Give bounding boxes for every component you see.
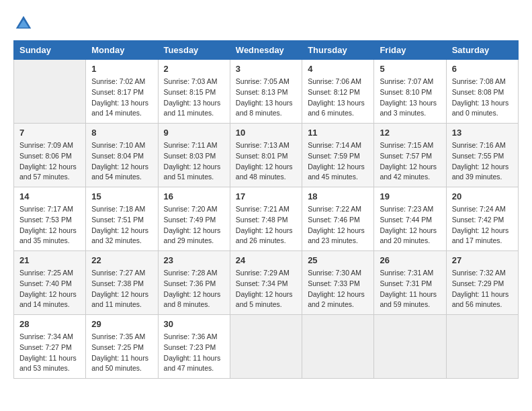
day-info: Sunrise: 7:21 AMSunset: 7:48 PMDaylight:… bbox=[236, 204, 296, 246]
calendar-cell: 22Sunrise: 7:27 AMSunset: 7:38 PMDayligh… bbox=[86, 251, 158, 315]
calendar-cell bbox=[302, 315, 374, 379]
day-number: 4 bbox=[308, 64, 368, 74]
day-number: 6 bbox=[452, 64, 513, 74]
calendar-cell: 26Sunrise: 7:31 AMSunset: 7:31 PMDayligh… bbox=[374, 251, 446, 315]
calendar-cell: 16Sunrise: 7:20 AMSunset: 7:49 PMDayligh… bbox=[158, 187, 230, 251]
page-header bbox=[13, 13, 519, 34]
day-number: 26 bbox=[380, 255, 440, 265]
logo-icon bbox=[13, 13, 34, 34]
calendar-cell: 23Sunrise: 7:28 AMSunset: 7:36 PMDayligh… bbox=[158, 251, 230, 315]
day-number: 27 bbox=[452, 255, 513, 265]
day-number: 16 bbox=[164, 191, 224, 201]
day-number: 20 bbox=[452, 191, 513, 201]
day-number: 17 bbox=[236, 191, 296, 201]
calendar-cell: 12Sunrise: 7:15 AMSunset: 7:57 PMDayligh… bbox=[374, 124, 446, 187]
calendar-cell: 1Sunrise: 7:02 AMSunset: 8:17 PMDaylight… bbox=[86, 60, 158, 124]
calendar-cell: 17Sunrise: 7:21 AMSunset: 7:48 PMDayligh… bbox=[230, 187, 302, 251]
calendar-cell: 2Sunrise: 7:03 AMSunset: 8:15 PMDaylight… bbox=[158, 60, 230, 124]
day-header-thursday: Thursday bbox=[302, 41, 374, 60]
calendar-cell: 9Sunrise: 7:11 AMSunset: 8:03 PMDaylight… bbox=[158, 124, 230, 187]
day-info: Sunrise: 7:35 AMSunset: 7:25 PMDaylight:… bbox=[91, 332, 152, 374]
day-number: 28 bbox=[19, 319, 80, 329]
day-info: Sunrise: 7:14 AMSunset: 7:59 PMDaylight:… bbox=[308, 140, 368, 183]
day-info: Sunrise: 7:25 AMSunset: 7:40 PMDaylight:… bbox=[19, 268, 80, 310]
day-header-sunday: Sunday bbox=[14, 41, 86, 60]
day-info: Sunrise: 7:22 AMSunset: 7:46 PMDaylight:… bbox=[308, 204, 368, 246]
day-number: 18 bbox=[308, 191, 368, 201]
day-info: Sunrise: 7:05 AMSunset: 8:13 PMDaylight:… bbox=[236, 77, 296, 119]
day-number: 14 bbox=[19, 191, 80, 201]
day-number: 21 bbox=[19, 255, 80, 265]
calendar-cell: 10Sunrise: 7:13 AMSunset: 8:01 PMDayligh… bbox=[230, 124, 302, 187]
calendar-cell: 24Sunrise: 7:29 AMSunset: 7:34 PMDayligh… bbox=[230, 251, 302, 315]
day-info: Sunrise: 7:27 AMSunset: 7:38 PMDaylight:… bbox=[91, 268, 152, 310]
week-row-5: 28Sunrise: 7:34 AMSunset: 7:27 PMDayligh… bbox=[14, 315, 519, 379]
day-number: 5 bbox=[380, 64, 440, 74]
day-info: Sunrise: 7:36 AMSunset: 7:23 PMDaylight:… bbox=[164, 332, 224, 374]
day-number: 19 bbox=[380, 191, 440, 201]
calendar-cell: 29Sunrise: 7:35 AMSunset: 7:25 PMDayligh… bbox=[86, 315, 158, 379]
calendar-cell: 14Sunrise: 7:17 AMSunset: 7:53 PMDayligh… bbox=[14, 187, 86, 251]
calendar-cell: 27Sunrise: 7:32 AMSunset: 7:29 PMDayligh… bbox=[446, 251, 518, 315]
week-row-4: 21Sunrise: 7:25 AMSunset: 7:40 PMDayligh… bbox=[14, 251, 519, 315]
day-number: 3 bbox=[236, 64, 296, 74]
calendar-cell bbox=[374, 315, 446, 379]
day-info: Sunrise: 7:29 AMSunset: 7:34 PMDaylight:… bbox=[236, 268, 296, 310]
calendar-cell: 30Sunrise: 7:36 AMSunset: 7:23 PMDayligh… bbox=[158, 315, 230, 379]
day-header-saturday: Saturday bbox=[446, 41, 518, 60]
day-info: Sunrise: 7:17 AMSunset: 7:53 PMDaylight:… bbox=[19, 204, 80, 246]
day-info: Sunrise: 7:18 AMSunset: 7:51 PMDaylight:… bbox=[91, 204, 152, 246]
day-info: Sunrise: 7:20 AMSunset: 7:49 PMDaylight:… bbox=[164, 204, 224, 246]
day-header-monday: Monday bbox=[86, 41, 158, 60]
day-info: Sunrise: 7:11 AMSunset: 8:03 PMDaylight:… bbox=[164, 140, 224, 183]
day-info: Sunrise: 7:10 AMSunset: 8:04 PMDaylight:… bbox=[91, 140, 152, 183]
calendar-cell bbox=[230, 315, 302, 379]
day-number: 1 bbox=[91, 64, 152, 74]
week-row-2: 7Sunrise: 7:09 AMSunset: 8:06 PMDaylight… bbox=[14, 124, 519, 187]
day-number: 2 bbox=[164, 64, 224, 74]
calendar-cell: 7Sunrise: 7:09 AMSunset: 8:06 PMDaylight… bbox=[14, 124, 86, 187]
day-number: 23 bbox=[164, 255, 224, 265]
days-header-row: SundayMondayTuesdayWednesdayThursdayFrid… bbox=[14, 41, 519, 60]
calendar-cell: 13Sunrise: 7:16 AMSunset: 7:55 PMDayligh… bbox=[446, 124, 518, 187]
day-info: Sunrise: 7:34 AMSunset: 7:27 PMDaylight:… bbox=[19, 332, 80, 374]
day-info: Sunrise: 7:06 AMSunset: 8:12 PMDaylight:… bbox=[308, 77, 368, 119]
calendar-cell: 28Sunrise: 7:34 AMSunset: 7:27 PMDayligh… bbox=[14, 315, 86, 379]
day-header-wednesday: Wednesday bbox=[230, 41, 302, 60]
calendar-cell bbox=[14, 60, 86, 124]
day-number: 11 bbox=[308, 128, 368, 138]
day-header-tuesday: Tuesday bbox=[158, 41, 230, 60]
day-info: Sunrise: 7:28 AMSunset: 7:36 PMDaylight:… bbox=[164, 268, 224, 310]
day-info: Sunrise: 7:07 AMSunset: 8:10 PMDaylight:… bbox=[380, 77, 440, 119]
calendar-cell: 15Sunrise: 7:18 AMSunset: 7:51 PMDayligh… bbox=[86, 187, 158, 251]
calendar-cell bbox=[446, 315, 518, 379]
day-info: Sunrise: 7:30 AMSunset: 7:33 PMDaylight:… bbox=[308, 268, 368, 310]
calendar-cell: 6Sunrise: 7:08 AMSunset: 8:08 PMDaylight… bbox=[446, 60, 518, 124]
day-number: 13 bbox=[452, 128, 513, 138]
day-info: Sunrise: 7:03 AMSunset: 8:15 PMDaylight:… bbox=[164, 77, 224, 119]
day-number: 8 bbox=[91, 128, 152, 138]
calendar-cell: 19Sunrise: 7:23 AMSunset: 7:44 PMDayligh… bbox=[374, 187, 446, 251]
day-number: 7 bbox=[19, 128, 80, 138]
day-info: Sunrise: 7:15 AMSunset: 7:57 PMDaylight:… bbox=[380, 140, 440, 183]
day-info: Sunrise: 7:02 AMSunset: 8:17 PMDaylight:… bbox=[91, 77, 152, 119]
day-info: Sunrise: 7:31 AMSunset: 7:31 PMDaylight:… bbox=[380, 268, 440, 310]
week-row-1: 1Sunrise: 7:02 AMSunset: 8:17 PMDaylight… bbox=[14, 60, 519, 124]
day-info: Sunrise: 7:13 AMSunset: 8:01 PMDaylight:… bbox=[236, 140, 296, 183]
calendar-cell: 21Sunrise: 7:25 AMSunset: 7:40 PMDayligh… bbox=[14, 251, 86, 315]
day-number: 12 bbox=[380, 128, 440, 138]
calendar-cell: 4Sunrise: 7:06 AMSunset: 8:12 PMDaylight… bbox=[302, 60, 374, 124]
day-info: Sunrise: 7:08 AMSunset: 8:08 PMDaylight:… bbox=[452, 77, 513, 119]
day-number: 22 bbox=[91, 255, 152, 265]
calendar-cell: 18Sunrise: 7:22 AMSunset: 7:46 PMDayligh… bbox=[302, 187, 374, 251]
day-info: Sunrise: 7:23 AMSunset: 7:44 PMDaylight:… bbox=[380, 204, 440, 246]
day-number: 30 bbox=[164, 319, 224, 329]
day-info: Sunrise: 7:09 AMSunset: 8:06 PMDaylight:… bbox=[19, 140, 80, 183]
logo bbox=[13, 13, 38, 34]
day-header-friday: Friday bbox=[374, 41, 446, 60]
day-info: Sunrise: 7:32 AMSunset: 7:29 PMDaylight:… bbox=[452, 268, 513, 310]
day-number: 10 bbox=[236, 128, 296, 138]
calendar-cell: 25Sunrise: 7:30 AMSunset: 7:33 PMDayligh… bbox=[302, 251, 374, 315]
calendar-cell: 20Sunrise: 7:24 AMSunset: 7:42 PMDayligh… bbox=[446, 187, 518, 251]
calendar-cell: 5Sunrise: 7:07 AMSunset: 8:10 PMDaylight… bbox=[374, 60, 446, 124]
